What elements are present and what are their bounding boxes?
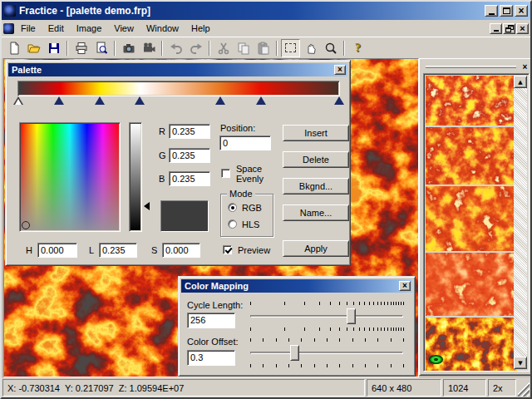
cycle-length-field[interactable]: 256 [187, 313, 235, 328]
delete-button[interactable]: Delete [283, 151, 349, 168]
gradient-marker[interactable] [256, 96, 266, 105]
fractal-thumbnail[interactable] [426, 127, 517, 185]
new-button[interactable] [4, 39, 23, 57]
name-button[interactable]: Name... [283, 204, 349, 221]
thumbnail-scrollbar[interactable]: ▲ ▼ [514, 76, 527, 369]
print-icon [75, 42, 88, 55]
color-offset-label: Color Offset: [187, 337, 239, 347]
position-field[interactable]: 0 [219, 135, 271, 150]
r-field[interactable]: 0.235 [169, 124, 210, 139]
status-iterations: 1024 [443, 379, 486, 397]
cut-button[interactable] [214, 39, 233, 57]
gradient-marker[interactable] [54, 96, 64, 105]
position-label: Position: [220, 123, 255, 133]
hls-radio[interactable] [228, 219, 237, 229]
copy-icon [237, 42, 250, 55]
menu-file[interactable]: File [15, 22, 42, 35]
paste-button[interactable] [254, 39, 273, 57]
new-document-icon [7, 42, 21, 55]
mdi-minimize-button[interactable] [490, 23, 502, 34]
fractal-thumbnail[interactable] [426, 186, 517, 251]
h-field[interactable]: 0.000 [37, 243, 77, 258]
color-mapping-titlebar[interactable]: Color Mapping × [181, 279, 412, 293]
mdi-restore-button[interactable] [503, 23, 515, 34]
insert-button[interactable]: Insert [283, 125, 349, 141]
apply-button[interactable]: Apply [283, 240, 349, 257]
visibility-eye-icon[interactable] [429, 355, 443, 364]
resize-grip[interactable] [518, 379, 530, 397]
mode-groupbox: Mode RGB HLS [220, 194, 273, 237]
b-field[interactable]: 0.235 [169, 171, 210, 186]
print-button[interactable] [71, 39, 91, 57]
mdi-close-button[interactable]: × [516, 23, 529, 34]
luminance-marker[interactable] [144, 202, 150, 210]
scroll-up-button[interactable]: ▲ [514, 76, 527, 88]
gradient-marker[interactable] [135, 96, 145, 105]
snapshot-button[interactable] [119, 39, 138, 57]
select-tool-button[interactable] [281, 39, 300, 57]
menu-edit[interactable]: Edit [42, 22, 70, 35]
magnifier-icon [324, 42, 337, 55]
slider-track [250, 352, 403, 354]
g-field[interactable]: 0.235 [169, 148, 210, 163]
maximize-icon [503, 7, 510, 14]
gradient-marker[interactable] [215, 96, 225, 105]
copy-button[interactable] [234, 39, 253, 57]
menu-window[interactable]: Window [140, 22, 185, 35]
bkgnd-button[interactable]: Bkgnd... [283, 178, 349, 195]
slider-thumb[interactable] [290, 345, 299, 361]
color-offset-slider[interactable] [250, 343, 403, 362]
minimize-button[interactable] [485, 5, 498, 17]
gradient-marker-row[interactable] [17, 96, 340, 106]
palette-dialog-titlebar[interactable]: Palette × [8, 63, 347, 76]
g-label: G [159, 150, 166, 160]
menu-image[interactable]: Image [71, 22, 108, 35]
panel-close-button[interactable]: × [520, 62, 530, 71]
open-button[interactable] [24, 39, 43, 57]
title-bar: Fractice - [palette demo.frp] × [2, 2, 530, 20]
fractal-thumbnail[interactable] [426, 76, 517, 126]
selection-rectangle-icon [285, 43, 296, 52]
camera-icon [122, 42, 135, 55]
space-evenly-checkbox[interactable] [221, 169, 230, 178]
mode-label: Mode [227, 189, 255, 199]
scroll-down-button[interactable]: ▼ [514, 357, 527, 369]
menu-help[interactable]: Help [185, 22, 216, 35]
hls-radio-label: HLS [242, 219, 259, 229]
record-button[interactable] [139, 39, 158, 57]
s-field[interactable]: 0.000 [162, 243, 200, 258]
panel-drag-gripper[interactable] [426, 66, 516, 68]
mdi-client-area: Palette × R 0.235 G 0.235 B 0.235 H 0.00… [2, 58, 530, 377]
slider-thumb[interactable] [347, 308, 356, 324]
tick-marks [250, 328, 403, 331]
preview-checkbox[interactable] [223, 245, 232, 254]
color-offset-field[interactable]: 0.3 [187, 350, 235, 366]
fractal-thumbnail[interactable] [426, 253, 517, 316]
gradient-marker-selected[interactable] [13, 96, 23, 105]
gradient-bar[interactable] [17, 81, 340, 96]
cycle-length-slider[interactable] [250, 307, 403, 326]
pan-tool-button[interactable] [301, 39, 320, 57]
maximize-button[interactable] [500, 5, 513, 17]
l-field[interactable]: 0.235 [99, 243, 137, 258]
open-folder-icon [27, 42, 41, 55]
redo-button[interactable] [186, 39, 205, 57]
help-button[interactable]: ? [348, 39, 367, 57]
palette-close-button[interactable]: × [334, 65, 346, 75]
status-coordinates: X: -0.730314 Y: 0.217097 Z: 1.09594E+07 [2, 379, 365, 397]
h-label: H [26, 245, 32, 255]
zoom-tool-button[interactable] [321, 39, 340, 57]
save-button[interactable] [44, 39, 63, 57]
hue-saturation-picker[interactable] [19, 122, 121, 232]
mdi-child-icon[interactable] [3, 23, 14, 34]
preview-label: Preview [238, 245, 270, 255]
rgb-radio[interactable] [228, 203, 237, 212]
gradient-marker[interactable] [334, 96, 344, 105]
close-button[interactable]: × [515, 5, 528, 17]
gradient-marker[interactable] [95, 96, 105, 105]
print-preview-button[interactable] [91, 39, 111, 57]
luminance-bar[interactable] [129, 122, 142, 232]
color-mapping-close-button[interactable]: × [399, 281, 411, 291]
menu-view[interactable]: View [108, 22, 140, 35]
undo-button[interactable] [166, 39, 185, 57]
